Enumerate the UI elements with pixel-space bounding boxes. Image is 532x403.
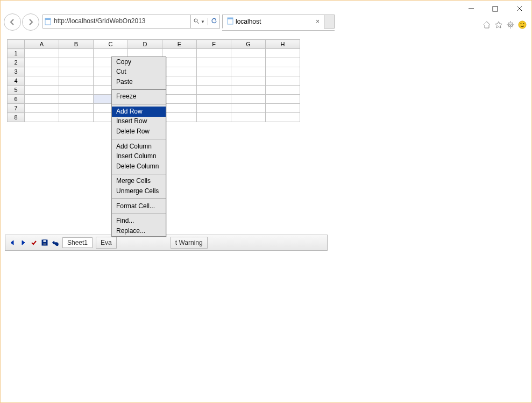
cell-E6[interactable] (162, 95, 197, 104)
cell-B1[interactable] (59, 49, 94, 58)
ctx-insert-column[interactable]: Insert Column (112, 152, 166, 162)
ctx-freeze[interactable]: Freeze (112, 92, 166, 102)
ctx-merge-cells[interactable]: Merge Cells (112, 176, 166, 187)
cell-E3[interactable] (162, 67, 197, 76)
cell-G7[interactable] (231, 104, 266, 113)
cell-A2[interactable] (25, 58, 59, 67)
ctx-delete-row[interactable]: Delete Row (112, 127, 166, 137)
cell-E2[interactable] (162, 58, 197, 67)
home-icon[interactable] (482, 20, 492, 30)
ctx-replace[interactable]: Replace... (112, 226, 166, 236)
ctx-format-cell[interactable]: Format Cell... (112, 201, 166, 211)
ctx-paste[interactable]: Paste (112, 77, 166, 87)
ctx-copy[interactable]: Copy (112, 57, 166, 67)
cell-H7[interactable] (266, 104, 300, 113)
cell-B2[interactable] (59, 58, 94, 67)
cell-E8[interactable] (162, 113, 197, 122)
cell-B7[interactable] (59, 104, 94, 113)
cell-H5[interactable] (266, 86, 300, 95)
sheet-tab[interactable]: Sheet1 (62, 237, 93, 248)
favorites-icon[interactable] (494, 20, 503, 30)
cell-A3[interactable] (25, 67, 59, 76)
cell-E1[interactable] (162, 49, 197, 58)
cell-F3[interactable] (197, 67, 231, 76)
cell-B6[interactable] (59, 95, 94, 104)
select-all-corner[interactable] (8, 40, 25, 49)
col-header-C[interactable]: C (94, 40, 128, 49)
cell-A4[interactable] (25, 76, 59, 86)
save-icon[interactable] (41, 239, 48, 246)
eval-button-left[interactable]: Eva (96, 237, 117, 249)
minimize-button[interactable] (459, 1, 483, 16)
eval-button-right[interactable]: t Warning (171, 237, 208, 249)
chevron-down-icon[interactable]: ▼ (201, 19, 205, 24)
col-header-B[interactable]: B (59, 40, 94, 49)
col-header-E[interactable]: E (162, 40, 197, 49)
cell-G2[interactable] (231, 58, 266, 67)
cell-F5[interactable] (197, 86, 231, 95)
maximize-button[interactable] (483, 1, 507, 16)
cell-A8[interactable] (25, 113, 59, 122)
cell-F4[interactable] (197, 76, 231, 86)
cell-H2[interactable] (266, 58, 300, 67)
cell-B8[interactable] (59, 113, 94, 122)
cell-H6[interactable] (266, 95, 300, 104)
col-header-F[interactable]: F (197, 40, 231, 49)
row-header-5[interactable]: 5 (8, 86, 25, 95)
spreadsheet-grid[interactable]: ABCDEFGH12345678 (7, 39, 328, 122)
cell-G6[interactable] (231, 95, 266, 104)
row-header-2[interactable]: 2 (8, 58, 25, 67)
cell-E4[interactable] (162, 76, 197, 86)
forward-button[interactable] (22, 13, 39, 31)
cell-A6[interactable] (25, 95, 59, 104)
row-header-8[interactable]: 8 (8, 113, 25, 122)
cell-F1[interactable] (197, 49, 231, 58)
search-icon[interactable] (193, 18, 200, 26)
feedback-icon[interactable] (517, 20, 527, 30)
ctx-add-row[interactable]: Add Row (112, 107, 166, 117)
browser-tab[interactable]: localhost × (222, 15, 324, 29)
row-header-7[interactable]: 7 (8, 104, 25, 113)
col-header-A[interactable]: A (25, 40, 59, 49)
undo-icon[interactable] (52, 239, 59, 246)
cell-F7[interactable] (197, 104, 231, 113)
col-header-G[interactable]: G (231, 40, 266, 49)
cell-G5[interactable] (231, 86, 266, 95)
refresh-icon[interactable] (211, 18, 217, 26)
row-header-3[interactable]: 3 (8, 67, 25, 76)
row-header-6[interactable]: 6 (8, 95, 25, 104)
ctx-add-column[interactable]: Add Column (112, 142, 166, 152)
cell-G1[interactable] (231, 49, 266, 58)
ctx-find[interactable]: Find... (112, 216, 166, 227)
back-button[interactable] (4, 13, 21, 31)
cell-E5[interactable] (162, 86, 197, 95)
row-header-1[interactable]: 1 (8, 49, 25, 58)
close-button[interactable] (507, 1, 531, 16)
cell-H8[interactable] (266, 113, 300, 122)
cell-H3[interactable] (266, 67, 300, 76)
cell-F2[interactable] (197, 58, 231, 67)
cell-A1[interactable] (25, 49, 59, 58)
cell-B3[interactable] (59, 67, 94, 76)
cell-G4[interactable] (231, 76, 266, 86)
cell-G8[interactable] (231, 113, 266, 122)
prev-sheet-icon[interactable] (9, 239, 16, 246)
tools-icon[interactable] (506, 20, 515, 30)
address-bar[interactable]: http://localhost/GridWebOn2013 ▼ (42, 15, 220, 29)
cell-H4[interactable] (266, 76, 300, 86)
ctx-unmerge-cells[interactable]: Unmerge Cells (112, 187, 166, 197)
next-sheet-icon[interactable] (19, 239, 27, 246)
cell-E7[interactable] (162, 104, 197, 113)
cell-B4[interactable] (59, 76, 94, 86)
url-text[interactable]: http://localhost/GridWebOn2013 (53, 15, 190, 28)
new-tab-button[interactable] (324, 15, 335, 29)
ctx-cut[interactable]: Cut (112, 67, 166, 77)
cell-B5[interactable] (59, 86, 94, 95)
cell-A5[interactable] (25, 86, 59, 95)
tab-close-icon[interactable]: × (316, 18, 320, 25)
cell-G3[interactable] (231, 67, 266, 76)
cell-F6[interactable] (197, 95, 231, 104)
cell-H1[interactable] (266, 49, 300, 58)
accept-icon[interactable] (30, 239, 38, 246)
ctx-delete-column[interactable]: Delete Column (112, 161, 166, 172)
